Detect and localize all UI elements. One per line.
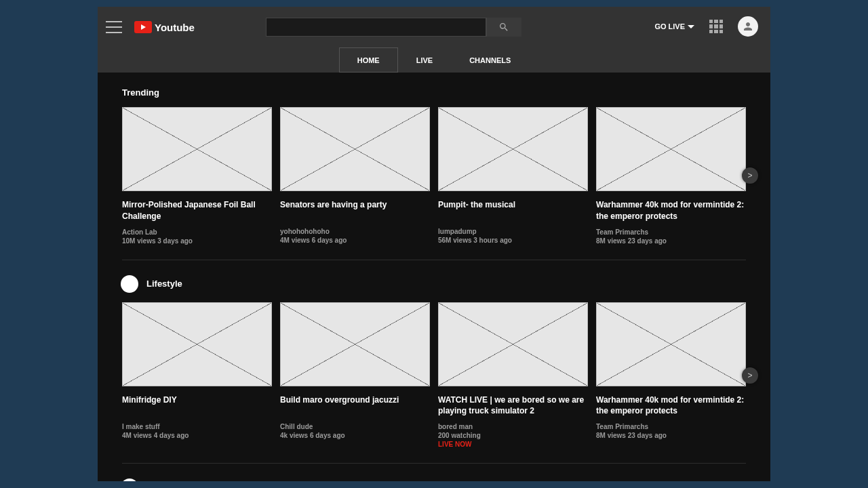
video-meta: 10M views 3 days ago [122,237,272,245]
thumbnail [280,107,430,191]
video-title: Pumpit- the musical [438,199,588,221]
video-title: Build maro overground jacuzzi [280,394,430,416]
section-title-text: Lifestyle [146,279,182,289]
avatar[interactable] [738,16,758,37]
video-meta: 4M views 4 days ago [122,432,272,439]
section-title: Lifestyle [121,275,746,293]
section-trending: Trending Mirror-Polished Japanese Foil B… [122,73,746,260]
video-row: Mirror-Polished Japanese Foil Ball Chall… [122,107,746,245]
thumbnail [280,302,430,386]
chevron-right-icon: > [747,171,752,180]
video-meta: 8M views 23 days ago [596,432,746,439]
video-card[interactable]: Warhammer 40k mod for vermintide 2: the … [596,107,746,245]
content-scroll[interactable]: Trending Mirror-Polished Japanese Foil B… [98,73,770,481]
youtube-play-icon [134,21,152,33]
thumbnail [438,302,588,386]
video-meta: 200 watching [438,432,588,439]
header-top: Youtube GO LIVE [98,7,770,47]
search-icon [498,22,509,33]
video-channel: I make stuff [122,423,272,430]
video-card[interactable]: Senators are having a party yohohohohoho… [280,107,430,245]
tabs: HOME LIVE CHANNELS [98,47,770,73]
video-card[interactable]: Build maro overground jacuzzi Chill dude… [280,302,430,449]
channel-avatar-icon[interactable] [121,479,138,481]
tab-home[interactable]: HOME [339,47,398,73]
video-channel: Chill dude [280,423,430,430]
video-row: Minifridge DIY I make stuff 4M views 4 d… [122,302,746,449]
chevron-right-icon: > [747,371,752,380]
video-card[interactable]: WATCH LIVE | we are bored so we are play… [438,302,588,449]
video-meta: 4M views 6 days ago [280,237,430,244]
thumbnail [122,107,272,191]
video-title: Warhammer 40k mod for vermintide 2: the … [596,199,746,221]
header: Youtube GO LIVE [98,7,770,73]
thumbnail [122,302,272,386]
section-lifestyle: Lifestyle Minifridge DIY I make stuff 4M… [122,260,746,464]
video-meta: 8M views 23 days ago [596,237,746,245]
video-title: WATCH LIVE | we are bored so we are play… [438,394,588,416]
section-title: Comedy [121,479,746,481]
logo[interactable]: Youtube [134,21,195,33]
video-title: Mirror-Polished Japanese Foil Ball Chall… [122,199,272,221]
header-right: GO LIVE [654,16,758,37]
tab-channels[interactable]: CHANNELS [451,47,529,73]
scroll-next-button[interactable]: > [742,367,758,384]
thumbnail [596,302,746,386]
video-card[interactable]: Pumpit- the musical lumpadump 56M views … [438,107,588,245]
menu-icon[interactable] [106,21,122,33]
scroll-next-button[interactable]: > [742,167,758,184]
search-input[interactable] [266,18,486,37]
user-icon [742,20,754,33]
tab-label: CHANNELS [469,56,511,64]
tab-label: LIVE [416,56,433,64]
thumbnail [438,107,588,191]
video-channel: bored man [438,423,588,430]
video-card[interactable]: Minifridge DIY I make stuff 4M views 4 d… [122,302,272,449]
section-comedy: Comedy [122,464,746,481]
video-channel: Team Primarchs [596,423,746,430]
section-title: Trending [122,87,746,98]
video-channel: lumpadump [438,228,588,235]
video-card[interactable]: Warhammer 40k mod for vermintide 2: the … [596,302,746,449]
video-channel: Team Primarchs [596,228,746,236]
search [266,18,521,37]
video-title: Warhammer 40k mod for vermintide 2: the … [596,394,746,416]
video-channel: yohohohohoho [280,228,430,235]
tab-label: HOME [357,56,380,64]
brand-text: Youtube [155,22,195,33]
channel-avatar-icon[interactable] [121,275,138,293]
video-title: Minifridge DIY [122,394,272,416]
video-meta: 56M views 3 hours ago [438,237,588,244]
go-live-label: GO LIVE [654,22,685,30]
go-live-button[interactable]: GO LIVE [654,22,694,30]
video-meta: 4k views 6 days ago [280,432,430,439]
live-badge: LIVE NOW [438,441,588,448]
app-window: Youtube GO LIVE [98,7,770,481]
thumbnail [596,107,746,191]
video-title: Senators are having a party [280,199,430,221]
video-channel: Action Lab [122,228,272,236]
search-button[interactable] [486,18,521,37]
chevron-down-icon [688,25,694,28]
video-card[interactable]: Mirror-Polished Japanese Foil Ball Chall… [122,107,272,245]
apps-icon[interactable] [709,20,723,33]
tab-live[interactable]: LIVE [398,47,451,73]
